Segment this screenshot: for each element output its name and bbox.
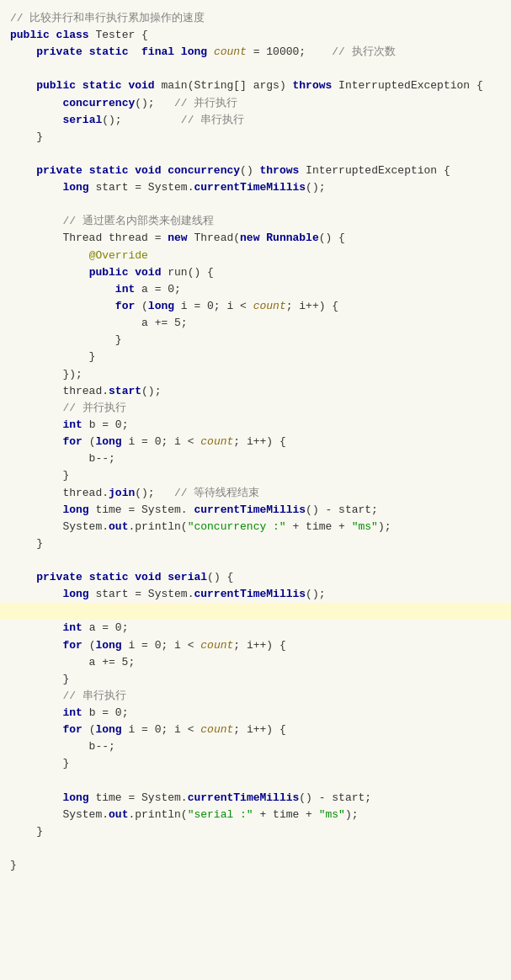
line-content: } <box>7 349 508 365</box>
line-content: for (long i = 0; i < count; i++) { <box>7 637 508 654</box>
line-content: b--; <box>7 450 508 467</box>
code-line: // 比较并行和串行执行累加操作的速度 <box>0 10 511 27</box>
code-line: private static final long count = 10000;… <box>0 44 511 61</box>
line-content: } <box>7 823 508 840</box>
code-line: thread.start(); <box>0 383 511 400</box>
code-line: }); <box>0 366 511 383</box>
line-content: } <box>7 857 508 874</box>
code-line: } <box>0 467 511 484</box>
line-content: long time = System.currentTimeMillis() -… <box>7 790 508 807</box>
line-content: int a = 0; <box>7 281 508 298</box>
code-line <box>0 773 511 790</box>
line-content: serial(); // 串行执行 <box>7 112 508 129</box>
code-line: } <box>0 671 511 688</box>
code-editor: // 比较并行和串行执行累加操作的速度public class Tester {… <box>0 7 511 877</box>
code-line: for (long i = 0; i < count; i++) { <box>0 298 511 315</box>
code-line: public void run() { <box>0 264 511 281</box>
line-content: long start = System.currentTimeMillis(); <box>7 586 508 603</box>
line-content: } <box>7 129 508 146</box>
code-line <box>0 61 511 77</box>
line-content: System.out.println("concurrency :" + tim… <box>7 519 508 535</box>
line-content: System.out.println("serial :" + time + "… <box>7 807 508 823</box>
code-line: } <box>0 349 511 365</box>
line-content: }); <box>7 366 508 383</box>
line-content: thread.start(); <box>7 383 508 400</box>
code-line: long time = System.currentTimeMillis() -… <box>0 790 511 807</box>
line-content: private static void concurrency() throws… <box>7 162 508 179</box>
line-content: public class Tester { <box>7 27 508 44</box>
line-content: // 串行执行 <box>7 688 508 705</box>
line-content: } <box>7 755 508 772</box>
code-line <box>0 603 511 620</box>
code-line: for (long i = 0; i < count; i++) { <box>0 722 511 738</box>
code-line: long start = System.currentTimeMillis(); <box>0 179 511 196</box>
code-line: @Override <box>0 248 511 264</box>
code-line: System.out.println("concurrency :" + tim… <box>0 519 511 535</box>
code-line: int b = 0; <box>0 417 511 434</box>
code-line: private static void serial() { <box>0 569 511 586</box>
code-line <box>0 552 511 569</box>
code-line: // 通过匿名内部类来创建线程 <box>0 213 511 230</box>
code-line: } <box>0 332 511 349</box>
code-line: Thread thread = new Thread(new Runnable(… <box>0 230 511 247</box>
line-content: private static final long count = 10000;… <box>7 44 508 61</box>
line-content: for (long i = 0; i < count; i++) { <box>7 434 508 450</box>
code-line: public static void main(String[] args) t… <box>0 77 511 94</box>
code-line: int a = 0; <box>0 620 511 636</box>
line-content: int b = 0; <box>7 417 508 434</box>
line-content: // 并行执行 <box>7 400 508 417</box>
code-line: // 串行执行 <box>0 688 511 705</box>
line-content: } <box>7 671 508 688</box>
line-content: // 比较并行和串行执行累加操作的速度 <box>7 10 508 27</box>
code-line: private static void concurrency() throws… <box>0 162 511 179</box>
code-line: } <box>0 755 511 772</box>
line-content: } <box>7 467 508 484</box>
line-content: // 通过匿名内部类来创建线程 <box>7 213 508 230</box>
line-content: Thread thread = new Thread(new Runnable(… <box>7 230 508 247</box>
line-content: for (long i = 0; i < count; i++) { <box>7 722 508 738</box>
code-line: } <box>0 857 511 874</box>
code-line: for (long i = 0; i < count; i++) { <box>0 434 511 450</box>
line-content: int a = 0; <box>7 620 508 636</box>
line-content: long time = System. currentTimeMillis() … <box>7 502 508 519</box>
line-content: public void run() { <box>7 264 508 281</box>
line-content: thread.join(); // 等待线程结束 <box>7 485 508 502</box>
code-line: } <box>0 129 511 146</box>
line-content: @Override <box>7 248 508 264</box>
code-line: int b = 0; <box>0 705 511 722</box>
line-content: private static void serial() { <box>7 569 508 586</box>
code-line: System.out.println("serial :" + time + "… <box>0 807 511 823</box>
code-line: b--; <box>0 738 511 755</box>
code-line: serial(); // 串行执行 <box>0 112 511 129</box>
line-content: concurrency(); // 并行执行 <box>7 95 508 112</box>
line-content: a += 5; <box>7 654 508 671</box>
line-content: } <box>7 332 508 349</box>
line-content: for (long i = 0; i < count; i++) { <box>7 298 508 315</box>
code-line: b--; <box>0 450 511 467</box>
line-content: b--; <box>7 738 508 755</box>
line-content: a += 5; <box>7 315 508 332</box>
code-line: } <box>0 823 511 840</box>
code-line: a += 5; <box>0 315 511 332</box>
code-line: int a = 0; <box>0 281 511 298</box>
code-line: thread.join(); // 等待线程结束 <box>0 485 511 502</box>
line-content: long start = System.currentTimeMillis(); <box>7 179 508 196</box>
code-line: concurrency(); // 并行执行 <box>0 95 511 112</box>
code-line: public class Tester { <box>0 27 511 44</box>
code-line <box>0 840 511 857</box>
code-line: for (long i = 0; i < count; i++) { <box>0 637 511 654</box>
code-line: long start = System.currentTimeMillis(); <box>0 586 511 603</box>
code-line: // 并行执行 <box>0 400 511 417</box>
line-content: public static void main(String[] args) t… <box>7 77 508 94</box>
code-line: } <box>0 535 511 552</box>
code-line <box>0 146 511 162</box>
code-line <box>0 196 511 213</box>
line-content: int b = 0; <box>7 705 508 722</box>
code-line: a += 5; <box>0 654 511 671</box>
line-content: } <box>7 535 508 552</box>
code-line: long time = System. currentTimeMillis() … <box>0 502 511 519</box>
